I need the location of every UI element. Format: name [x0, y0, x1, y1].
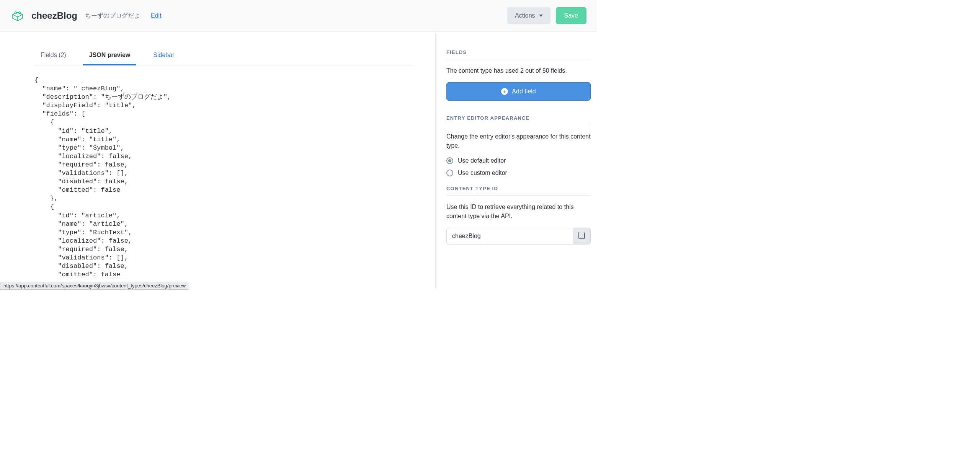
svg-point-1	[19, 12, 21, 14]
actions-button[interactable]: Actions	[507, 7, 550, 24]
content-type-id-row	[446, 228, 591, 245]
plus-circle-icon: +	[501, 88, 508, 95]
tab-fields[interactable]: Fields (2)	[34, 47, 72, 65]
radio-default-label: Use default editor	[458, 157, 506, 164]
add-field-button[interactable]: + Add field	[446, 82, 591, 101]
content-type-id-input[interactable]	[446, 228, 574, 245]
save-button[interactable]: Save	[556, 7, 586, 24]
status-bar-url: https://app.contentful.com/spaces/kaoqyn…	[0, 282, 189, 290]
svg-point-0	[15, 12, 17, 14]
appearance-text: Change the entry editor's appearance for…	[446, 132, 591, 150]
copy-button[interactable]	[574, 228, 591, 245]
radio-icon	[446, 157, 453, 164]
radio-icon	[446, 170, 453, 176]
tab-sidebar[interactable]: Sidebar	[147, 47, 180, 65]
radio-default-editor[interactable]: Use default editor	[446, 157, 591, 164]
chevron-down-icon	[539, 15, 543, 17]
tab-json-preview[interactable]: JSON preview	[83, 47, 137, 65]
content-type-id-heading: CONTENT TYPE ID	[446, 186, 591, 196]
json-preview-content: { "name": " cheezBlog", "description": "…	[34, 76, 412, 279]
radio-custom-label: Use custom editor	[458, 170, 507, 176]
fields-section-heading: FIELDS	[446, 49, 591, 59]
logo-icon	[11, 9, 24, 23]
radio-custom-editor[interactable]: Use custom editor	[446, 170, 591, 176]
add-field-label: Add field	[512, 88, 536, 95]
edit-link[interactable]: Edit	[151, 12, 162, 19]
right-sidebar: FIELDS The content type has used 2 out o…	[435, 32, 597, 290]
tab-bar: Fields (2) JSON preview Sidebar	[34, 47, 412, 65]
content-type-id-text: Use this ID to retrieve everything relat…	[446, 202, 591, 221]
main-panel: Fields (2) JSON preview Sidebar { "name"…	[0, 32, 435, 290]
content-type-title: cheezBlog	[31, 10, 77, 21]
appearance-section-heading: ENTRY EDITOR APPEARANCE	[446, 115, 591, 125]
actions-label: Actions	[515, 12, 535, 19]
page-header: cheezBlog ちーずのブログだよ Edit Actions Save	[0, 0, 597, 32]
content-type-description: ちーずのブログだよ	[85, 12, 140, 20]
fields-usage-text: The content type has used 2 out of 50 fi…	[446, 66, 591, 75]
copy-icon	[580, 233, 585, 239]
